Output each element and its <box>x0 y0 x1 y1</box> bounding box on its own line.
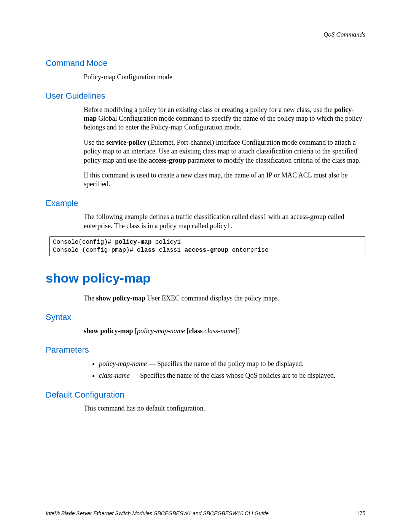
page-footer: Intel® Blade Server Ethernet Switch Modu… <box>46 510 365 517</box>
running-head: QoS Commands <box>46 30 365 39</box>
text-guidelines-p1: Before modifying a policy for an existin… <box>84 105 365 132</box>
footer-title: Intel® Blade Server Ethernet Switch Modu… <box>46 510 269 516</box>
param-class-name: class-name — Specifies the name of the c… <box>99 371 365 380</box>
heading-syntax: Syntax <box>46 312 365 323</box>
heading-command-mode: Command Mode <box>46 58 365 69</box>
text-guidelines-p2: Use the service-policy (Ethernet, Port-c… <box>84 138 365 165</box>
param-policy-map-name: policy-map-name — Specifies the name of … <box>99 359 365 368</box>
code-example: Console(config)# policy-map policy1 Cons… <box>49 236 365 256</box>
text-guidelines-p3: If this command is used to create a new … <box>84 171 365 189</box>
command-heading: show policy-map <box>46 270 365 286</box>
text-syntax: show policy-map [policy-map-name [class … <box>84 327 365 335</box>
text-example-intro: The following example defines a traffic … <box>84 212 365 230</box>
text-command-intro: The show policy-map User EXEC command di… <box>84 294 365 303</box>
text-default-configuration: This command has no default configuratio… <box>84 404 365 413</box>
heading-parameters: Parameters <box>46 345 365 356</box>
heading-user-guidelines: User Guidelines <box>46 91 365 102</box>
heading-default-configuration: Default Configuration <box>46 390 365 401</box>
text-command-mode: Policy-map Configuration mode <box>84 73 365 81</box>
heading-example: Example <box>46 198 365 209</box>
parameter-list: policy-map-name — Specifies the name of … <box>84 359 365 380</box>
page-number: 175 <box>357 510 365 517</box>
